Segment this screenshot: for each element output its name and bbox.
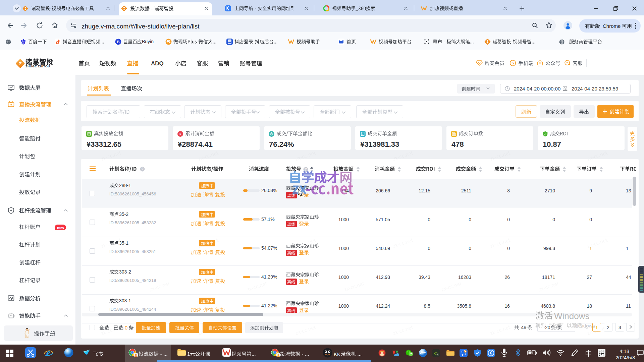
svg-text:B: B [117,40,119,44]
svg-text:?: ? [141,167,143,171]
svg-text:e: e [46,348,50,358]
svg-text:S: S [512,61,514,65]
svg-text:du: du [22,42,24,44]
svg-text:¥: ¥ [179,132,181,136]
